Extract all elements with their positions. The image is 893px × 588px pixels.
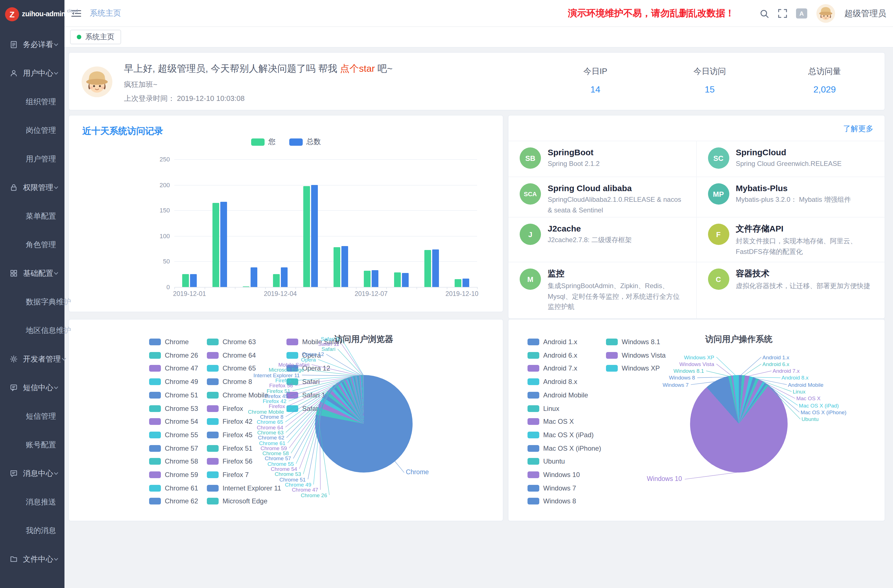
browser-chart-title: 访问用户浏览器 [334, 334, 393, 345]
x-axis-label: 2019-12-07 [346, 290, 396, 297]
pie-slice-label: Chrome 26 [301, 492, 327, 498]
learn-more-link[interactable]: 了解更多 [843, 124, 873, 134]
sidebar-item-11[interactable]: 开发者管理 [0, 345, 65, 373]
sidebar-item-2[interactable]: 组织管理 [0, 87, 65, 116]
legend-item-android-7-x[interactable]: Android 7.x [528, 364, 577, 373]
legend-item-firefox-56[interactable]: Firefox 56 [207, 457, 253, 466]
sidebar-item-1[interactable]: 用户中心 [0, 59, 65, 87]
legend-item-windows-10[interactable]: Windows 10 [528, 470, 580, 479]
legend-item-chrome-58[interactable]: Chrome 58 [149, 457, 198, 466]
legend-item-mac-os-x-ipad-[interactable]: Mac OS X (iPad) [528, 430, 594, 439]
legend-label: Chrome 54 [165, 418, 198, 426]
pie-slice-label: Android Mobile [788, 382, 824, 388]
legend-item-chrome-53[interactable]: Chrome 53 [149, 404, 198, 413]
sidebar-item-17[interactable]: 我的消息 [0, 516, 65, 545]
legend-item-firefox-45[interactable]: Firefox 45 [207, 430, 253, 439]
legend-item-chrome-64[interactable]: Chrome 64 [207, 350, 256, 359]
sidebar-item-16[interactable]: 消息推送 [0, 488, 65, 516]
legend-item-you[interactable]: 您 [251, 137, 275, 147]
legend-item-windows-8-1[interactable]: Windows 8.1 [606, 337, 660, 346]
legend-item-windows-xp[interactable]: Windows XP [606, 364, 660, 373]
legend-swatch [528, 392, 539, 399]
legend-item-chrome-59[interactable]: Chrome 59 [149, 470, 198, 479]
tech-item-2: SCASpring Cloud alibabaSpringCloudAlibab… [508, 177, 696, 218]
sidebar-item-18[interactable]: 文件中心 [0, 545, 65, 573]
legend-item-chrome-49[interactable]: Chrome 49 [149, 377, 198, 386]
sidebar-item-9[interactable]: 数据字典维护 [0, 287, 65, 316]
sidebar-item-3[interactable]: 岗位管理 [0, 116, 65, 144]
app-logo[interactable]: Z zuihou-admin cloud [0, 0, 65, 28]
sidebar-item-8[interactable]: 基础配置 [0, 259, 65, 287]
legend-item-android-8-x[interactable]: Android 8.x [528, 377, 577, 386]
tech-item-desc: SpringCloudAlibaba2.1.0.RELEASE & nacos … [548, 194, 687, 215]
legend-item-chrome-62[interactable]: Chrome 62 [149, 497, 198, 506]
legend-item-firefox-51[interactable]: Firefox 51 [207, 444, 253, 453]
legend-item-chrome-65[interactable]: Chrome 65 [207, 364, 256, 373]
legend-swatch [207, 392, 219, 399]
legend-swatch [286, 405, 298, 412]
legend-label: Linux [543, 405, 559, 412]
font-size-icon[interactable]: A [796, 8, 807, 18]
legend-item-chrome-55[interactable]: Chrome 55 [149, 430, 198, 439]
legend-item-chrome-63[interactable]: Chrome 63 [207, 337, 256, 346]
legend-item-linux[interactable]: Linux [528, 404, 559, 413]
legend-item-firefox[interactable]: Firefox [207, 404, 243, 413]
search-icon[interactable] [759, 9, 769, 18]
legend-item-ubuntu[interactable]: Ubuntu [528, 457, 565, 466]
tab-home[interactable]: 系统主页 [70, 30, 121, 44]
legend-item-mac-os-x[interactable]: Mac OS X [528, 417, 574, 426]
legend-item-total[interactable]: 总数 [289, 137, 321, 147]
username[interactable]: 超级管理员 [844, 8, 886, 19]
legend-item-chrome-26[interactable]: Chrome 26 [149, 350, 198, 359]
sidebar-item-13[interactable]: 短信管理 [0, 402, 65, 430]
sidebar-item-6[interactable]: 菜单配置 [0, 202, 65, 230]
visits-chart-card: 近十天系统访问记录 您 总数 0501001502002502019-12-01… [68, 115, 504, 312]
legend-item-firefox-42[interactable]: Firefox 42 [207, 417, 253, 426]
legend-item-chrome-mobile[interactable]: Chrome Mobile [207, 391, 268, 400]
sidebar-item-0[interactable]: 务必详看 [0, 30, 65, 59]
breadcrumb[interactable]: 系统主页 [90, 8, 121, 18]
legend-label: Chrome 61 [165, 484, 198, 492]
sidebar-item-15[interactable]: 消息中心 [0, 459, 65, 488]
legend-item-windows-7[interactable]: Windows 7 [528, 483, 576, 492]
pie-slice-label: Windows 10 [647, 475, 682, 483]
legend-item-internet-explorer-11[interactable]: Internet Explorer 11 [207, 483, 281, 492]
legend-item-microsoft-edge[interactable]: Microsoft Edge [207, 497, 268, 506]
legend-label: Android 1.x [543, 338, 577, 346]
os-pie-card: 访问用户操作系统 Android 1.xAndroid 6.xAndroid 7… [508, 319, 885, 521]
legend-item-android-mobile[interactable]: Android Mobile [528, 391, 588, 400]
fullscreen-icon[interactable] [778, 9, 787, 18]
legend-item-chrome-47[interactable]: Chrome 47 [149, 364, 198, 373]
sidebar-menu: 务必详看用户中心组织管理岗位管理用户管理权限管理菜单配置角色管理基础配置数据字典… [0, 28, 65, 573]
axis-tick [386, 287, 387, 289]
sidebar-item-14[interactable]: 账号配置 [0, 430, 65, 459]
sidebar-item-10[interactable]: 地区信息维护 [0, 316, 65, 345]
legend-item-mac-os-x-iphone-[interactable]: Mac OS X (iPhone) [528, 444, 601, 453]
message-icon [9, 469, 18, 478]
sidebar-item-5[interactable]: 权限管理 [0, 173, 65, 202]
legend-item-chrome-54[interactable]: Chrome 54 [149, 417, 198, 426]
legend-swatch [149, 498, 161, 505]
sidebar-item-7[interactable]: 角色管理 [0, 230, 65, 259]
sidebar-item-4[interactable]: 用户管理 [0, 144, 65, 173]
star-link[interactable]: 点个star [340, 63, 375, 74]
bar-您-2019-12-03 [243, 286, 250, 287]
axis-tick [416, 287, 417, 289]
legend-item-android-6-x[interactable]: Android 6.x [528, 350, 577, 359]
legend-swatch [606, 352, 618, 358]
user-avatar[interactable] [816, 4, 835, 23]
tech-item-4: JJ2cacheJ2cache2.7.8: 二级缓存框架 [508, 218, 696, 262]
legend-item-windows-8[interactable]: Windows 8 [528, 497, 576, 506]
tech-item-avatar: SB [520, 147, 541, 169]
legend-item-windows-vista[interactable]: Windows Vista [606, 350, 666, 359]
legend-item-firefox-7[interactable]: Firefox 7 [207, 470, 249, 479]
legend-item-chrome-57[interactable]: Chrome 57 [149, 444, 198, 453]
legend-swatch [149, 458, 161, 465]
legend-item-chrome-61[interactable]: Chrome 61 [149, 483, 198, 492]
legend-swatch [286, 338, 298, 345]
legend-item-chrome-8[interactable]: Chrome 8 [207, 377, 252, 386]
sidebar-item-12[interactable]: 短信中心 [0, 373, 65, 402]
legend-item-chrome-51[interactable]: Chrome 51 [149, 391, 198, 400]
legend-item-chrome[interactable]: Chrome [149, 337, 189, 346]
legend-item-android-1-x[interactable]: Android 1.x [528, 337, 577, 346]
